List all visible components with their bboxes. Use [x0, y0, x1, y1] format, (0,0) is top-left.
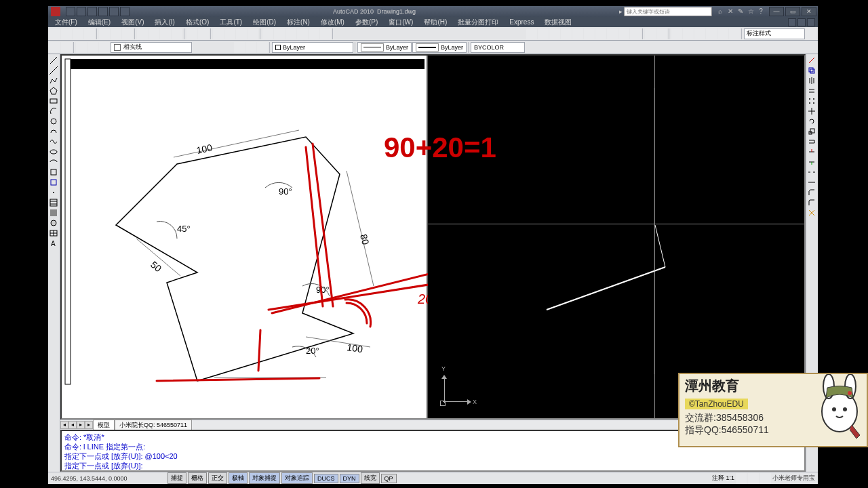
- linetype-combo[interactable]: 相实线: [111, 42, 192, 53]
- pan-icon[interactable]: [213, 28, 224, 39]
- new-icon[interactable]: [50, 28, 60, 39]
- linetype-sel[interactable]: ByLayer: [357, 42, 412, 53]
- menu-draw[interactable]: 绘图(D): [249, 18, 280, 27]
- menu-view[interactable]: 视图(V): [117, 18, 148, 27]
- array-icon[interactable]: [807, 96, 816, 106]
- mirror-icon[interactable]: [807, 76, 816, 85]
- snap-toggle[interactable]: 捕捉: [167, 472, 186, 484]
- qat-plot[interactable]: [120, 7, 130, 16]
- lineweight-sel[interactable]: ByLayer: [412, 42, 467, 53]
- erase-icon[interactable]: [807, 56, 816, 65]
- viewport-right[interactable]: XY: [428, 56, 804, 418]
- properties-icon[interactable]: [262, 28, 273, 39]
- cut-icon[interactable]: [137, 28, 148, 39]
- fav-icon[interactable]: ☆: [747, 7, 755, 16]
- otrack-toggle[interactable]: 对象追踪: [281, 472, 313, 484]
- help-icon[interactable]: ?: [757, 7, 765, 16]
- break-icon[interactable]: [807, 167, 816, 177]
- plotstyle-sel[interactable]: BYCOLOR: [471, 42, 525, 53]
- qat-save[interactable]: [87, 7, 97, 16]
- redo-icon[interactable]: [198, 28, 209, 39]
- tab-last[interactable]: ▸: [85, 421, 93, 429]
- menu-format[interactable]: 格式(O): [182, 18, 213, 27]
- workspace-icon[interactable]: [748, 473, 759, 484]
- inspect-icon[interactable]: [694, 28, 705, 39]
- dim-space-icon[interactable]: [645, 28, 656, 39]
- layer-off-icon[interactable]: [76, 42, 87, 53]
- dimstyle-combo[interactable]: 标注样式: [744, 28, 805, 39]
- qp-toggle[interactable]: QP: [381, 474, 397, 483]
- layer-states-icon[interactable]: [61, 42, 72, 53]
- ortho-toggle[interactable]: 正交: [208, 472, 227, 484]
- menu-modify[interactable]: 修改(M): [317, 18, 349, 27]
- zoom-icon[interactable]: [224, 28, 235, 39]
- layer-match-icon[interactable]: [257, 42, 268, 53]
- copy-obj-icon[interactable]: [807, 66, 816, 75]
- dim-linear-icon[interactable]: [526, 28, 537, 39]
- layer-prev-icon[interactable]: [245, 42, 256, 53]
- menu-tools[interactable]: 工具(T): [216, 18, 246, 27]
- help-search[interactable]: [624, 7, 712, 16]
- markup-icon[interactable]: [309, 28, 319, 39]
- viewport-left[interactable]: 100 80 50 100 90° 90° 45° 20°: [62, 56, 428, 418]
- menu-window[interactable]: 窗口(W): [384, 18, 417, 27]
- zoom-window-icon[interactable]: [236, 28, 247, 39]
- tab-layout1[interactable]: 小米院长QQ: 546550711: [115, 420, 192, 431]
- dim-angular-icon[interactable]: [595, 28, 606, 39]
- tab-model[interactable]: 模型: [93, 420, 115, 431]
- table-icon[interactable]: [49, 228, 58, 238]
- dimstyle-icon[interactable]: [806, 28, 816, 39]
- rectangle-icon[interactable]: [49, 96, 58, 106]
- ellipsearc-icon[interactable]: [49, 157, 58, 167]
- menu-batchplot[interactable]: 批量分图打印: [454, 18, 502, 27]
- menu-insert[interactable]: 插入(I): [151, 18, 178, 27]
- tab-first[interactable]: ◂: [60, 421, 68, 429]
- anno-icon[interactable]: [736, 473, 747, 484]
- xline-icon[interactable]: [49, 66, 58, 75]
- qat-undo[interactable]: [98, 7, 108, 16]
- pline-icon[interactable]: [49, 76, 58, 85]
- join-icon[interactable]: [807, 178, 816, 187]
- menu-parametric[interactable]: 参数(P): [351, 18, 382, 27]
- doc-restore[interactable]: [797, 18, 806, 26]
- stretch-icon[interactable]: [807, 137, 816, 146]
- rotate-icon[interactable]: [807, 117, 816, 126]
- tab-prev[interactable]: ◂: [68, 421, 77, 429]
- offset-icon[interactable]: [807, 86, 816, 96]
- publish-icon[interactable]: [122, 28, 133, 39]
- center-icon[interactable]: [683, 28, 694, 39]
- maximize-button[interactable]: ▭: [785, 7, 800, 16]
- dimtedit-icon[interactable]: [729, 28, 740, 39]
- layer-lock-icon[interactable]: [99, 42, 110, 53]
- dim-quick-icon[interactable]: [607, 28, 618, 39]
- osnap-toggle[interactable]: 对象捕捉: [249, 472, 280, 484]
- saveas-icon[interactable]: [84, 28, 95, 39]
- layer-combo[interactable]: ByLayer: [272, 42, 353, 53]
- move-icon[interactable]: [807, 106, 816, 116]
- menu-file[interactable]: 文件(F): [51, 18, 81, 27]
- mtext-icon[interactable]: A: [49, 239, 58, 248]
- dim-continue-icon[interactable]: [630, 28, 641, 39]
- qat-new[interactable]: [66, 7, 75, 16]
- lock-ui-icon[interactable]: [760, 473, 771, 484]
- comm-icon[interactable]: ✕: [726, 7, 734, 16]
- insert-icon[interactable]: [49, 167, 58, 177]
- region-icon[interactable]: [49, 218, 58, 228]
- circle-icon[interactable]: [49, 117, 58, 126]
- dim-ordinate-icon[interactable]: [561, 28, 572, 39]
- toolpalette-icon[interactable]: [285, 28, 296, 39]
- anno-scale[interactable]: 注释 1:1: [712, 474, 734, 483]
- plot-icon[interactable]: [99, 28, 110, 39]
- layer-make-icon[interactable]: [234, 42, 245, 53]
- gradient-icon[interactable]: [49, 208, 58, 218]
- menu-dimension[interactable]: 标注(N): [283, 18, 314, 27]
- zoom-prev-icon[interactable]: [248, 28, 258, 39]
- minimize-button[interactable]: —: [769, 7, 784, 16]
- menu-dataview[interactable]: 数据视图: [540, 18, 576, 27]
- copy-icon[interactable]: [149, 28, 159, 39]
- search-icon[interactable]: ⌕: [716, 7, 724, 16]
- sub-icon[interactable]: ✎: [736, 7, 745, 16]
- scale-icon[interactable]: [807, 127, 816, 136]
- menu-help[interactable]: 帮助(H): [420, 18, 451, 27]
- polar-toggle[interactable]: 极轴: [229, 472, 248, 484]
